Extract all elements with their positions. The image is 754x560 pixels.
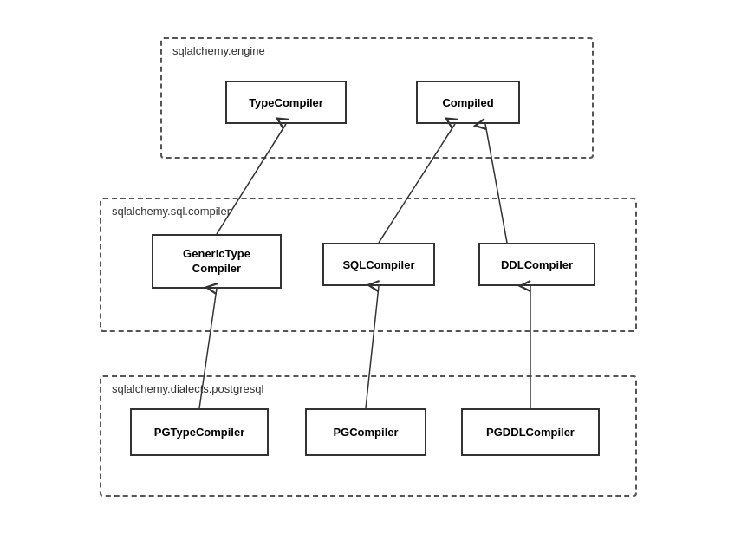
package-sql-compiler-label: sqlalchemy.sql.compiler [110,205,232,218]
package-dialects-label: sqlalchemy.dialects.postgresql [110,382,265,395]
class-diagram: sqlalchemy.engine sqlalchemy.sql.compile… [74,29,680,531]
class-type-compiler: TypeCompiler [225,81,347,124]
class-ddl-compiler: DDLCompiler [478,243,595,286]
package-engine-label: sqlalchemy.engine [171,44,267,57]
class-pg-compiler: PGCompiler [305,408,426,456]
class-sql-compiler: SQLCompiler [322,243,435,286]
class-pg-type-compiler: PGTypeCompiler [130,408,269,456]
class-pg-ddl-compiler: PGDDLCompiler [461,408,600,456]
class-compiled: Compiled [416,81,520,124]
class-generic-type-compiler: GenericType Compiler [152,234,282,289]
